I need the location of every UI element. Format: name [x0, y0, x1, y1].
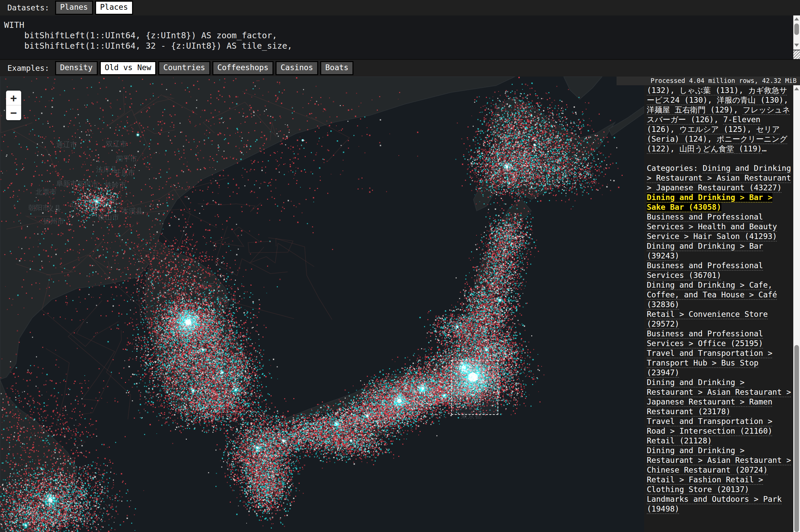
examples-buttons: DensityOld vs NewCountriesCoffeeshopsCas…: [55, 61, 356, 75]
zoom-in-button[interactable]: +: [6, 91, 21, 106]
brand-link[interactable]: 山田うどん食堂 (119): [679, 144, 762, 153]
example-button-countries[interactable]: Countries: [158, 61, 210, 75]
category-link[interactable]: Landmarks and Outdoors > Park (19498): [647, 495, 782, 513]
category-link[interactable]: Business and Professional Services (3670…: [647, 261, 763, 280]
category-link[interactable]: Dining and Drinking > Restaurant > Asian…: [647, 378, 791, 416]
category-link[interactable]: Business and Professional Services > Hea…: [647, 212, 777, 241]
datasets-buttons: PlanesPlaces: [55, 1, 135, 15]
example-button-old-vs-new[interactable]: Old vs New: [100, 61, 156, 75]
dataset-button-planes[interactable]: Planes: [55, 1, 93, 15]
status-text: Processed 4.04 million rows, 42.32 MiB: [651, 77, 797, 84]
brand-link[interactable]: (132): [647, 86, 670, 95]
examples-bar: Examples: DensityOld vs NewCountriesCoff…: [0, 59, 800, 77]
scroll-thumb[interactable]: [794, 23, 799, 35]
category-link[interactable]: Dining and Drinking > Restaurant > Asian…: [647, 446, 791, 474]
map-canvas[interactable]: [0, 77, 644, 532]
brand-link[interactable]: 洋麺屋 五右衛門 (129): [647, 106, 733, 114]
status-bar: Processed 4.04 million rows, 42.32 MiB: [617, 77, 800, 85]
selection-rectangle[interactable]: [451, 360, 498, 415]
dataset-button-places[interactable]: Places: [95, 1, 133, 15]
category-link[interactable]: Retail (21128): [647, 436, 712, 445]
datasets-label: Datasets:: [7, 3, 49, 12]
scroll-thumb[interactable]: [794, 345, 799, 532]
example-button-coffeeshops[interactable]: Coffeeshops: [212, 61, 273, 75]
app: Datasets: PlanesPlaces WITH bitShiftLeft…: [0, 0, 800, 532]
zoom-out-button[interactable]: −: [6, 106, 21, 120]
map[interactable]: + −: [0, 77, 644, 532]
category-link[interactable]: Business and Professional Services > Off…: [647, 329, 763, 348]
query-editor-scrollbar[interactable]: [793, 16, 800, 50]
categories-label: Categories:: [647, 164, 703, 172]
example-button-casinos[interactable]: Casinos: [275, 61, 318, 75]
category-link[interactable]: Dining and Drinking > Cafe, Coffee, and …: [647, 281, 777, 309]
sidebar: Processed 4.04 million rows, 42.32 MiB (…: [644, 77, 800, 532]
query-editor[interactable]: WITH bitShiftLeft(1::UInt64, {z:UInt8}) …: [0, 16, 800, 51]
scroll-up-arrow-icon[interactable]: [794, 17, 799, 20]
datasets-bar: Datasets: PlanesPlaces: [0, 0, 800, 16]
sidebar-content: (132), しゃぶ葉 (131), カギ救急サービス24 (130), 洋服の…: [647, 86, 792, 514]
page-scrollbar[interactable]: [793, 85, 800, 532]
resize-grip-icon[interactable]: [793, 50, 800, 59]
categories-list: Categories: Dining and Drinking > Restau…: [647, 164, 792, 514]
brand-link[interactable]: 洋服の青山 (130): [717, 96, 784, 104]
category-link[interactable]: Retail > Fashion Retail > Clothing Store…: [647, 475, 763, 494]
scroll-down-arrow-icon[interactable]: [794, 44, 799, 47]
category-link-highlighted[interactable]: Dining and Drinking > Bar > Sake Bar (43…: [647, 193, 772, 211]
category-link[interactable]: Travel and Transportation > Transport Hu…: [647, 349, 772, 377]
brand-link[interactable]: ウエルシア (125): [679, 125, 747, 134]
scroll-up-arrow-icon[interactable]: [794, 87, 799, 90]
category-link[interactable]: Travel and Transportation > Road > Inter…: [647, 417, 772, 435]
zoom-control: + −: [6, 91, 21, 120]
brand-link[interactable]: しゃぶ葉 (131): [679, 86, 739, 95]
examples-label: Examples:: [7, 64, 49, 73]
category-link[interactable]: Retail > Convenience Store (29572): [647, 310, 768, 328]
example-button-density[interactable]: Density: [55, 61, 98, 75]
category-link[interactable]: Dining and Drinking > Bar (39243): [647, 242, 763, 260]
top-brands-list: (132), しゃぶ葉 (131), カギ救急サービス24 (130), 洋服の…: [647, 86, 792, 154]
example-button-boats[interactable]: Boats: [320, 61, 353, 75]
query-editor-area: WITH bitShiftLeft(1::UInt64, {z:UInt8}) …: [0, 16, 800, 59]
